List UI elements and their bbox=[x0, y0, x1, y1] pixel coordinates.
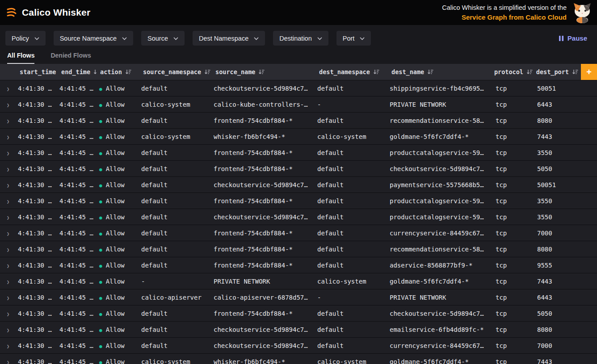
flow-table-row[interactable]: ❯ 4:41:30 … 4:41:45 … ●Allow calico-apis… bbox=[0, 289, 597, 305]
cell-dest-name: currencyservice-84459c67… bbox=[388, 338, 494, 354]
row-expand-cell[interactable]: ❯ bbox=[0, 129, 16, 145]
chevron-right-icon: ❯ bbox=[7, 343, 10, 349]
allow-status-dot-icon: ● bbox=[99, 118, 102, 124]
tagline: Calico Whisker is a simplified version o… bbox=[442, 3, 567, 22]
cell-source-namespace: default bbox=[139, 322, 212, 338]
row-expand-cell[interactable]: ❯ bbox=[0, 161, 16, 177]
tagline-text: Calico Whisker is a simplified version o… bbox=[442, 3, 567, 13]
tab-all-flows[interactable]: All Flows bbox=[7, 52, 34, 64]
row-expand-cell[interactable]: ❯ bbox=[0, 289, 16, 305]
cell-action: ●Allow bbox=[97, 129, 139, 145]
cell-protocol: tcp bbox=[494, 113, 535, 129]
row-expand-cell[interactable]: ❯ bbox=[0, 338, 16, 354]
pause-label: Pause bbox=[568, 34, 587, 42]
filter-source-button[interactable]: Source bbox=[141, 31, 185, 46]
filter-label: Dest Namespace bbox=[199, 35, 248, 42]
action-label: Allow bbox=[106, 230, 125, 237]
cell-start-time: 4:41:30 … bbox=[16, 289, 58, 305]
row-expand-cell[interactable]: ❯ bbox=[0, 96, 16, 113]
cell-protocol: tcp bbox=[494, 305, 535, 322]
flow-table-row[interactable]: ❯ 4:41:30 … 4:41:45 … ●Allow default fro… bbox=[0, 241, 597, 257]
flow-table-row[interactable]: ❯ 4:41:30 … 4:41:45 … ●Allow default fro… bbox=[0, 305, 597, 322]
flow-table-row[interactable]: ❯ 4:41:30 … 4:41:45 … ●Allow default fro… bbox=[0, 145, 597, 161]
cell-start-time: 4:41:30 … bbox=[16, 322, 58, 338]
cell-source-name: frontend-754cdbf884-* bbox=[212, 305, 315, 322]
cell-dest-namespace: calico-system bbox=[315, 129, 388, 145]
chevron-right-icon: ❯ bbox=[7, 151, 10, 156]
flow-table-row[interactable]: ❯ 4:41:30 … 4:41:45 … ●Allow calico-syst… bbox=[0, 129, 597, 145]
flow-table-row[interactable]: ❯ 4:41:30 … 4:41:45 … ●Allow calico-syst… bbox=[0, 354, 597, 364]
sort-icon bbox=[526, 69, 533, 75]
cell-end-time: 4:41:45 … bbox=[58, 129, 97, 145]
cell-add-column-spacer bbox=[581, 145, 597, 161]
chevron-down-icon bbox=[173, 37, 178, 40]
row-expand-cell[interactable]: ❯ bbox=[0, 145, 16, 161]
cell-dest-port: 5050 bbox=[535, 305, 581, 322]
cell-protocol: tcp bbox=[494, 354, 535, 364]
row-expand-cell[interactable]: ❯ bbox=[0, 273, 16, 289]
row-expand-cell[interactable]: ❯ bbox=[0, 257, 16, 273]
add-column-button[interactable]: + bbox=[581, 64, 597, 80]
tab-denied-flows[interactable]: Denied Flows bbox=[50, 52, 91, 64]
action-label: Allow bbox=[106, 197, 125, 205]
flow-table-row[interactable]: ❯ 4:41:30 … 4:41:45 … ●Allow default che… bbox=[0, 338, 597, 354]
flow-table-row[interactable]: ❯ 4:41:30 … 4:41:45 … ●Allow default che… bbox=[0, 209, 597, 225]
column-header-start-time[interactable]: start_time bbox=[16, 64, 58, 80]
flow-table-row[interactable]: ❯ 4:41:30 … 4:41:45 … ●Allow default che… bbox=[0, 177, 597, 193]
column-header-dest-namespace[interactable]: dest_namespace bbox=[315, 64, 388, 80]
row-expand-cell[interactable]: ❯ bbox=[0, 193, 16, 209]
cell-action: ●Allow bbox=[97, 273, 139, 289]
allow-status-dot-icon: ● bbox=[99, 134, 102, 140]
column-header-dest-name[interactable]: dest_name bbox=[388, 64, 494, 80]
flow-table-row[interactable]: ❯ 4:41:30 … 4:41:45 … ●Allow default che… bbox=[0, 322, 597, 338]
filter-policy-button[interactable]: Policy bbox=[5, 31, 46, 46]
sort-icon bbox=[93, 69, 97, 75]
column-header-end-time[interactable]: end_time bbox=[58, 64, 97, 80]
action-label: Allow bbox=[106, 294, 125, 301]
row-expand-cell[interactable]: ❯ bbox=[0, 209, 16, 225]
flow-table-row[interactable]: ❯ 4:41:30 … 4:41:45 … ●Allow default fro… bbox=[0, 257, 597, 273]
row-expand-cell[interactable]: ❯ bbox=[0, 113, 16, 129]
row-expand-cell[interactable]: ❯ bbox=[0, 241, 16, 257]
column-header-action[interactable]: action bbox=[97, 64, 139, 80]
row-expand-cell[interactable]: ❯ bbox=[0, 177, 16, 193]
cell-add-column-spacer bbox=[581, 257, 597, 273]
cell-dest-port: 8080 bbox=[535, 241, 581, 257]
cell-end-time: 4:41:45 … bbox=[58, 96, 97, 113]
chevron-right-icon: ❯ bbox=[7, 327, 10, 333]
cell-start-time: 4:41:30 … bbox=[16, 145, 58, 161]
row-expand-cell[interactable]: ❯ bbox=[0, 305, 16, 322]
cell-source-namespace: default bbox=[139, 145, 212, 161]
column-header-source-name[interactable]: source_name bbox=[212, 64, 315, 80]
plus-icon: + bbox=[586, 67, 592, 77]
flow-table-row[interactable]: ❯ 4:41:30 … 4:41:45 … ●Allow default fro… bbox=[0, 225, 597, 241]
cell-start-time: 4:41:30 … bbox=[16, 209, 58, 225]
row-expand-cell[interactable]: ❯ bbox=[0, 80, 16, 96]
filter-source-namespace-button[interactable]: Source Namespace bbox=[54, 31, 133, 46]
filter-dest-namespace-button[interactable]: Dest Namespace bbox=[193, 31, 265, 46]
cell-end-time: 4:41:45 … bbox=[58, 225, 97, 241]
calico-cat-mascot-image bbox=[572, 2, 593, 23]
cell-add-column-spacer bbox=[581, 209, 597, 225]
flow-table-row[interactable]: ❯ 4:41:30 … 4:41:45 … ●Allow calico-syst… bbox=[0, 96, 597, 113]
topbar: Calico Whisker Calico Whisker is a simpl… bbox=[0, 0, 597, 25]
column-header-dest-port[interactable]: dest_port bbox=[535, 64, 581, 80]
service-graph-link[interactable]: Service Graph from Calico Cloud bbox=[442, 13, 567, 22]
pause-button[interactable]: Pause bbox=[555, 34, 591, 42]
row-expand-cell[interactable]: ❯ bbox=[0, 225, 16, 241]
flow-table-row[interactable]: ❯ 4:41:30 … 4:41:45 … ●Allow default fro… bbox=[0, 161, 597, 177]
flow-table-row[interactable]: ❯ 4:41:30 … 4:41:45 … ●Allow default fro… bbox=[0, 193, 597, 209]
flow-table-row[interactable]: ❯ 4:41:30 … 4:41:45 … ●Allow default che… bbox=[0, 80, 597, 96]
flow-table-row[interactable]: ❯ 4:41:30 … 4:41:45 … ●Allow default fro… bbox=[0, 113, 597, 129]
filter-port-button[interactable]: Port bbox=[336, 31, 371, 46]
cell-protocol: tcp bbox=[494, 129, 535, 145]
filter-destination-button[interactable]: Destination bbox=[273, 31, 328, 46]
column-label: dest_namespace bbox=[319, 68, 370, 75]
flow-table-row[interactable]: ❯ 4:41:30 … 4:41:45 … ●Allow - PRIVATE N… bbox=[0, 273, 597, 289]
row-expand-cell[interactable]: ❯ bbox=[0, 354, 16, 364]
cell-action: ●Allow bbox=[97, 225, 139, 241]
allow-status-dot-icon: ● bbox=[99, 247, 102, 253]
column-header-source-namespace[interactable]: source_namespace bbox=[139, 64, 212, 80]
column-header-protocol[interactable]: protocol bbox=[494, 64, 535, 80]
row-expand-cell[interactable]: ❯ bbox=[0, 322, 16, 338]
